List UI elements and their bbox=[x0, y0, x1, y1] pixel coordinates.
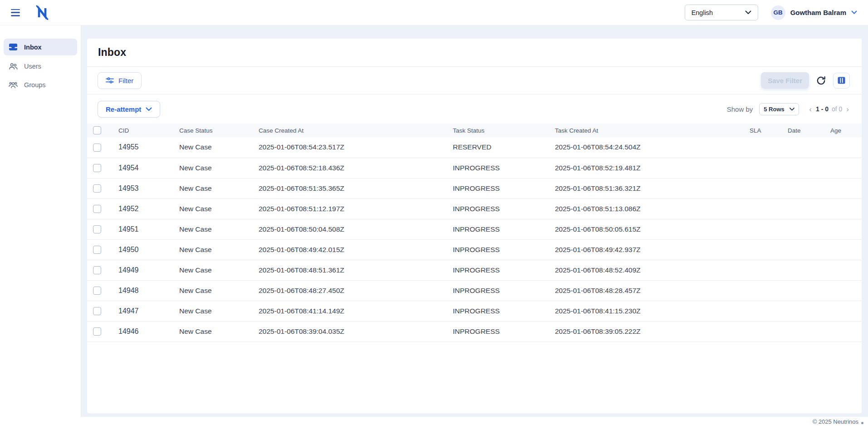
cell-task-created-at: 2025-01-06T08:48:52.409Z bbox=[555, 260, 750, 280]
cell-case-created-at: 2025-01-06T08:49:42.015Z bbox=[259, 239, 453, 260]
cell-date bbox=[788, 137, 830, 158]
cell-sla bbox=[750, 137, 788, 158]
row-checkbox[interactable] bbox=[93, 225, 101, 233]
cell-age bbox=[830, 321, 862, 342]
column-header-task-status[interactable]: Task Status bbox=[453, 124, 555, 137]
cell-task-created-at: 2025-01-06T08:39:05.222Z bbox=[555, 321, 750, 342]
cell-case-created-at: 2025-01-06T08:54:23.517Z bbox=[259, 137, 453, 158]
table-row[interactable]: 14952 New Case 2025-01-06T08:51:12.197Z … bbox=[87, 198, 862, 219]
cell-date bbox=[788, 219, 830, 239]
rows-per-page-value: 5 Rows bbox=[764, 106, 785, 113]
cases-table: CID Case Status Case Created At Task Sta… bbox=[87, 124, 862, 342]
cell-sla bbox=[750, 321, 788, 342]
column-header-sla[interactable]: SLA bbox=[750, 124, 788, 137]
table-row[interactable]: 14955 New Case 2025-01-06T08:54:23.517Z … bbox=[87, 137, 862, 158]
cell-case-created-at: 2025-01-06T08:51:12.197Z bbox=[259, 198, 453, 219]
cell-age bbox=[830, 301, 862, 321]
row-checkbox[interactable] bbox=[93, 164, 101, 172]
sidebar-item-groups[interactable]: Groups bbox=[4, 77, 77, 93]
cell-case-created-at: 2025-01-06T08:39:04.035Z bbox=[259, 321, 453, 342]
cell-case-created-at: 2025-01-06T08:41:14.149Z bbox=[259, 301, 453, 321]
rows-per-page-select[interactable]: 5 Rows bbox=[759, 103, 799, 115]
cell-sla bbox=[750, 301, 788, 321]
cell-task-created-at: 2025-01-06T08:52:19.481Z bbox=[555, 158, 750, 178]
cell-case-status: New Case bbox=[179, 137, 259, 158]
main-content: Inbox Filter Save Filter bbox=[81, 25, 868, 426]
sidebar: Inbox Users Groups bbox=[0, 25, 81, 426]
brand-logo[interactable] bbox=[34, 5, 51, 21]
cell-case-status: New Case bbox=[179, 219, 259, 239]
user-menu[interactable]: GB Gowtham Balram bbox=[771, 5, 857, 20]
row-checkbox[interactable] bbox=[93, 287, 101, 295]
row-checkbox[interactable] bbox=[93, 205, 101, 213]
table-row[interactable]: 14954 New Case 2025-01-06T08:52:18.436Z … bbox=[87, 158, 862, 178]
row-checkbox[interactable] bbox=[93, 266, 101, 274]
cell-task-status: INPROGRESS bbox=[453, 301, 555, 321]
cell-age bbox=[830, 137, 862, 158]
cell-sla bbox=[750, 280, 788, 301]
cell-cid: 14949 bbox=[118, 260, 179, 280]
cell-task-created-at: 2025-01-06T08:50:05.615Z bbox=[555, 219, 750, 239]
column-header-case-created-at[interactable]: Case Created At bbox=[259, 124, 453, 137]
column-header-task-created-at[interactable]: Task Created At bbox=[555, 124, 750, 137]
cell-sla bbox=[750, 198, 788, 219]
menu-icon[interactable] bbox=[11, 9, 20, 16]
cell-sla bbox=[750, 239, 788, 260]
cell-task-status: INPROGRESS bbox=[453, 260, 555, 280]
table-row[interactable]: 14951 New Case 2025-01-06T08:50:04.508Z … bbox=[87, 219, 862, 239]
cell-sla bbox=[750, 158, 788, 178]
filter-button[interactable]: Filter bbox=[98, 72, 142, 89]
cell-age bbox=[830, 198, 862, 219]
copyright-text: © 2025 Neutrinos bbox=[813, 418, 858, 425]
cell-case-created-at: 2025-01-06T08:50:04.508Z bbox=[259, 219, 453, 239]
table-row[interactable]: 14947 New Case 2025-01-06T08:41:14.149Z … bbox=[87, 301, 862, 321]
sidebar-item-inbox[interactable]: Inbox bbox=[4, 39, 77, 55]
save-filter-button[interactable]: Save Filter bbox=[761, 72, 809, 89]
language-value: English bbox=[691, 9, 713, 16]
cell-cid: 14950 bbox=[118, 239, 179, 260]
row-checkbox[interactable] bbox=[93, 184, 101, 193]
column-header-case-status[interactable]: Case Status bbox=[179, 124, 259, 137]
table-row[interactable]: 14946 New Case 2025-01-06T08:39:04.035Z … bbox=[87, 321, 862, 342]
column-header-date[interactable]: Date bbox=[788, 124, 830, 137]
cell-case-created-at: 2025-01-06T08:48:27.450Z bbox=[259, 280, 453, 301]
cell-age bbox=[830, 280, 862, 301]
cell-case-created-at: 2025-01-06T08:52:18.436Z bbox=[259, 158, 453, 178]
language-selector[interactable]: English bbox=[685, 5, 758, 20]
chevron-right-icon[interactable]: › bbox=[845, 105, 850, 113]
reattempt-button[interactable]: Re-attempt bbox=[98, 101, 160, 118]
row-checkbox[interactable] bbox=[93, 144, 101, 152]
chevron-down-icon bbox=[146, 107, 152, 111]
row-checkbox[interactable] bbox=[93, 246, 101, 254]
cell-case-status: New Case bbox=[179, 158, 259, 178]
footer-brand-mark-icon bbox=[861, 422, 863, 424]
cell-date bbox=[788, 158, 830, 178]
topbar: English GB Gowtham Balram bbox=[0, 0, 868, 25]
cell-sla bbox=[750, 178, 788, 198]
toolbar: Filter Save Filter bbox=[87, 67, 862, 94]
reattempt-button-label: Re-attempt bbox=[106, 105, 141, 113]
groups-icon bbox=[9, 81, 18, 89]
chevron-left-icon[interactable]: ‹ bbox=[808, 105, 813, 113]
table-row[interactable]: 14950 New Case 2025-01-06T08:49:42.015Z … bbox=[87, 239, 862, 260]
cell-date bbox=[788, 178, 830, 198]
cell-case-status: New Case bbox=[179, 301, 259, 321]
cell-case-status: New Case bbox=[179, 260, 259, 280]
columns-button[interactable] bbox=[833, 73, 850, 89]
refresh-button[interactable] bbox=[816, 75, 826, 86]
table-row[interactable]: 14949 New Case 2025-01-06T08:48:51.361Z … bbox=[87, 260, 862, 280]
cell-task-status: INPROGRESS bbox=[453, 158, 555, 178]
select-all-checkbox[interactable] bbox=[93, 126, 101, 134]
row-checkbox[interactable] bbox=[93, 307, 101, 315]
column-header-cid[interactable]: CID bbox=[118, 124, 179, 137]
sidebar-item-users[interactable]: Users bbox=[4, 59, 77, 74]
cell-cid: 14954 bbox=[118, 158, 179, 178]
table-row[interactable]: 14948 New Case 2025-01-06T08:48:27.450Z … bbox=[87, 280, 862, 301]
column-header-age[interactable]: Age bbox=[830, 124, 862, 137]
cell-cid: 14951 bbox=[118, 219, 179, 239]
row-checkbox[interactable] bbox=[93, 327, 101, 336]
table-row[interactable]: 14953 New Case 2025-01-06T08:51:35.365Z … bbox=[87, 178, 862, 198]
cell-age bbox=[830, 158, 862, 178]
title-row: Inbox bbox=[87, 39, 862, 67]
page-title: Inbox bbox=[98, 46, 126, 59]
